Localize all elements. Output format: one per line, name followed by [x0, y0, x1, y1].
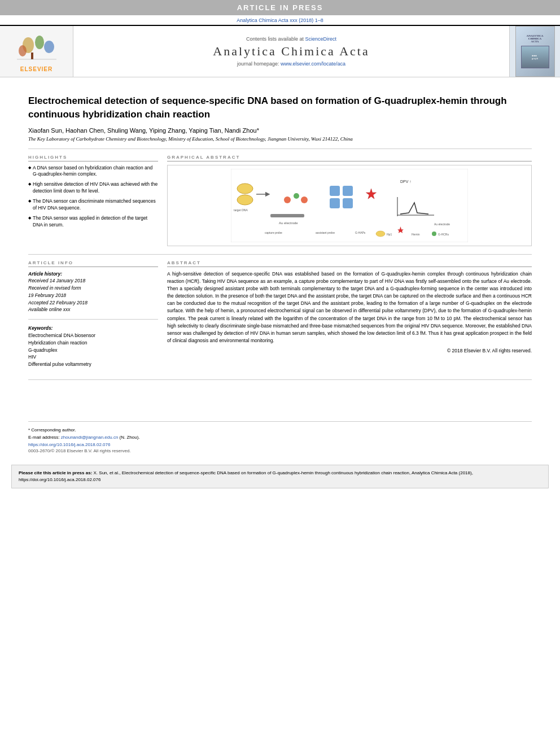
history-label: Article history: — [28, 270, 158, 278]
article-in-press-banner: ARTICLE IN PRESS — [0, 0, 560, 15]
science-direct-anchor[interactable]: ScienceDirect — [305, 36, 337, 42]
keyword-3: G-quadruplex — [28, 347, 158, 354]
homepage-url[interactable]: www.elsevier.com/locate/aca — [281, 61, 345, 67]
footer-section: * Corresponding author. E-mail address: … — [0, 404, 560, 459]
abstract-body: A high-sensitive detection of sequence-s… — [167, 270, 532, 345]
elsevier-tree-logo — [11, 31, 62, 66]
svg-text:capture probe: capture probe — [265, 231, 282, 234]
svg-point-4 — [19, 45, 27, 56]
highlight-item-2: High sensitive detection of HIV DNA was … — [28, 181, 158, 195]
revised-date: 19 February 2018 — [28, 292, 158, 299]
affiliation: The Key Laboratory of Carbohydrate Chemi… — [28, 136, 532, 142]
svg-point-3 — [44, 41, 54, 53]
svg-text:Hp1: Hp1 — [387, 233, 392, 236]
svg-rect-16 — [330, 186, 340, 196]
article-info-label: ARTICLE INFO — [28, 260, 158, 267]
citation-label: Please cite this article in press as: — [19, 470, 94, 475]
contents-text: Contents lists available at — [246, 36, 304, 42]
keywords-section: Keywords: Electrochemical DNA biosensor … — [28, 325, 158, 368]
svg-rect-0 — [11, 31, 62, 66]
svg-text:assistant probe: assistant probe — [316, 231, 335, 234]
accepted-date: Accepted 22 February 2018 — [28, 299, 158, 307]
journal-homepage: journal homepage: www.elsevier.com/locat… — [237, 61, 345, 67]
svg-text:Hemin: Hemin — [412, 233, 420, 236]
highlights-section: HIGHLIGHTS A DNA sensor based on hybridi… — [28, 155, 158, 246]
svg-point-14 — [294, 193, 299, 199]
graphical-abstract-svg: Au electrode DPV ↑ — [231, 169, 468, 242]
journal-header: ELSEVIER Contents lists available at Sci… — [0, 25, 560, 77]
svg-rect-19 — [343, 198, 353, 208]
abstract-section: ABSTRACT A high-sensitive detection of s… — [167, 260, 532, 368]
email-line: E-mail address: zhounandi@jiangnan.edu.c… — [28, 435, 532, 440]
svg-text:G-HAPs: G-HAPs — [355, 231, 366, 234]
svg-point-29 — [376, 231, 385, 237]
journal-cover-thumbnail: ANALYTICACHIMICAACTA ●●●graph — [509, 26, 560, 77]
thumb-image: ANALYTICACHIMICAACTA ●●●graph — [515, 26, 555, 77]
keywords-list: Electrochemical DNA biosensor Hybridizat… — [28, 332, 158, 368]
info-abstract-section: ARTICLE INFO Article history: Received 1… — [28, 260, 532, 374]
authors-text: Xiaofan Sun, Haohan Chen, Shuling Wang, … — [28, 127, 259, 134]
divider-2 — [28, 254, 532, 255]
article-history: Article history: Received 14 January 201… — [28, 270, 158, 314]
info-divider — [28, 319, 158, 320]
keyword-5: Differential pulse voltammetry — [28, 361, 158, 368]
keyword-1: Electrochemical DNA biosensor — [28, 332, 158, 339]
keyword-4: HIV — [28, 353, 158, 361]
received-date: Received 14 January 2018 — [28, 277, 158, 285]
svg-point-2 — [35, 36, 44, 49]
svg-rect-18 — [330, 198, 340, 208]
divider-1 — [28, 148, 532, 149]
received-revised: Received in revised form — [28, 285, 158, 292]
svg-point-8 — [237, 184, 253, 194]
svg-rect-11 — [270, 214, 304, 217]
highlight-item-1: A DNA sensor based on hybridization chai… — [28, 165, 158, 178]
svg-text:DPV ↑: DPV ↑ — [400, 180, 412, 184]
svg-point-13 — [284, 196, 291, 203]
footer-divider — [28, 421, 532, 422]
article-info: ARTICLE INFO Article history: Received 1… — [28, 260, 158, 368]
svg-point-9 — [237, 195, 253, 205]
graphical-abstract-label: GRAPHICAL ABSTRACT — [167, 155, 532, 161]
svg-text:G-HCRs: G-HCRs — [438, 233, 449, 236]
highlights-label: HIGHLIGHTS — [28, 155, 158, 161]
journal-info-center: Contents lists available at ScienceDirec… — [73, 26, 509, 77]
article-title: Electrochemical detection of sequence-sp… — [28, 94, 532, 121]
divider-3 — [28, 379, 532, 380]
highlight-item-3: The DNA sensor can discriminate mismatch… — [28, 198, 158, 212]
graphical-abstract-section: GRAPHICAL ABSTRACT Au electrode — [167, 155, 532, 246]
keywords-label: Keywords: — [28, 325, 158, 331]
science-direct-link[interactable]: Contents lists available at ScienceDirec… — [246, 36, 336, 42]
highlights-list: A DNA sensor based on hybridization chai… — [28, 165, 158, 229]
email-address[interactable]: zhounandi@jiangnan.edu.cn — [61, 435, 119, 440]
email-suffix: (N. Zhou). — [120, 435, 140, 440]
highlight-item-4: The DNA sensor was applied in detection … — [28, 215, 158, 229]
corresponding-note: * Corresponding author. — [28, 427, 532, 433]
elsevier-logo-section: ELSEVIER — [0, 26, 73, 77]
svg-text:target DNA: target DNA — [234, 208, 248, 212]
svg-text:Au electrode: Au electrode — [279, 221, 298, 225]
svg-point-15 — [301, 196, 308, 203]
svg-point-33 — [432, 231, 436, 236]
email-label: E-mail address: — [28, 435, 60, 440]
journal-title: Analytica Chimica Acta — [213, 44, 369, 59]
highlights-graphical-section: HIGHLIGHTS A DNA sensor based on hybridi… — [28, 155, 532, 246]
available-online: Available online xxx — [28, 306, 158, 313]
issn-copyright: 0003-2670/© 2018 Elsevier B.V. All right… — [28, 448, 532, 453]
abstract-label: ABSTRACT — [167, 260, 532, 267]
authors-line: Xiaofan Sun, Haohan Chen, Shuling Wang, … — [28, 127, 532, 134]
main-content: Electrochemical detection of sequence-sp… — [0, 77, 560, 404]
elsevier-wordmark: ELSEVIER — [20, 66, 53, 72]
svg-rect-5 — [31, 53, 33, 59]
citation-box: Please cite this article in press as: X.… — [11, 465, 549, 488]
keyword-2: Hybridization chain reaction — [28, 339, 158, 347]
svg-text:Au electrode: Au electrode — [434, 222, 450, 226]
doi-line[interactable]: https://doi.org/10.1016/j.aca.2018.02.07… — [28, 442, 532, 447]
homepage-label: journal homepage: — [237, 61, 279, 67]
journal-reference: Analytica Chimica Acta xxx (2018) 1–8 — [0, 15, 560, 25]
svg-rect-17 — [343, 186, 353, 196]
graphical-abstract-image: Au electrode DPV ↑ — [167, 165, 532, 246]
abstract-copyright: © 2018 Elsevier B.V. All rights reserved… — [167, 348, 532, 353]
